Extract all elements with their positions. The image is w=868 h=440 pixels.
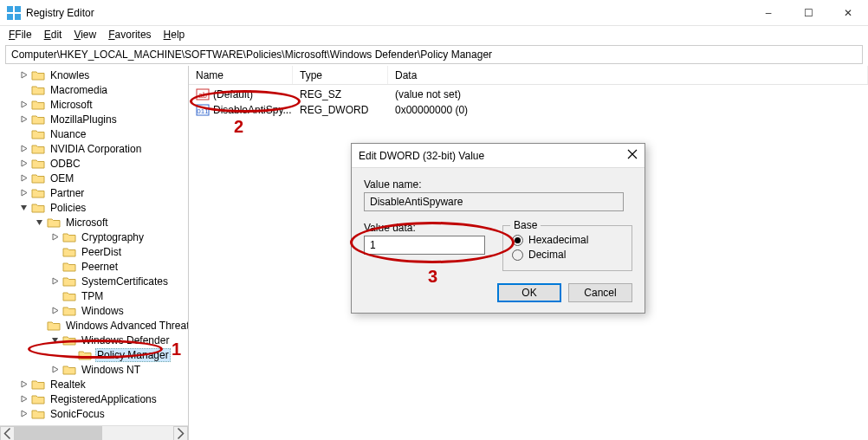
tree-item[interactable]: MozillaPlugins xyxy=(0,112,188,126)
tree[interactable]: KnowlesMacromediaMicrosoftMozillaPlugins… xyxy=(0,66,188,425)
expander-closed-icon[interactable] xyxy=(16,189,31,197)
tree-item-label: Windows Defender xyxy=(80,334,171,346)
value-row[interactable]: 011DisableAntiSpy...REG_DWORD0x00000000 … xyxy=(189,102,868,118)
folder-icon xyxy=(31,187,45,199)
svg-rect-1 xyxy=(15,6,21,12)
value-name: DisableAntiSpy... xyxy=(213,104,292,116)
folder-icon xyxy=(62,246,76,258)
tree-item[interactable]: SonicFocus xyxy=(0,406,188,421)
minimize-button[interactable]: – xyxy=(748,0,788,26)
expander-closed-icon[interactable] xyxy=(16,174,31,182)
window-title: Registry Editor xyxy=(26,7,748,19)
scroll-track[interactable] xyxy=(15,426,173,441)
maximize-button[interactable]: ☐ xyxy=(788,0,828,26)
dialog-close-button[interactable] xyxy=(612,149,638,162)
scroll-thumb[interactable] xyxy=(15,426,102,441)
dialog-body: Value name: DisableAntiSpyware Value dat… xyxy=(352,168,645,276)
tree-item[interactable]: Windows xyxy=(0,303,188,318)
svg-text:011: 011 xyxy=(197,107,209,115)
tree-item[interactable]: Policy Manager xyxy=(0,347,188,362)
tree-item[interactable]: Windows Advanced Threat Protection xyxy=(0,318,188,333)
tree-item-label: Policies xyxy=(49,202,87,214)
tree-item[interactable]: Knowles xyxy=(0,68,188,82)
cancel-button[interactable]: Cancel xyxy=(568,283,632,302)
tree-item-label: Microsoft xyxy=(49,99,94,111)
tree-pane: KnowlesMacromediaMicrosoftMozillaPlugins… xyxy=(0,66,189,440)
tree-item[interactable]: PeerDist xyxy=(0,244,188,259)
tree-item[interactable]: Windows Defender xyxy=(0,333,188,347)
expander-closed-icon[interactable] xyxy=(16,100,31,108)
menu-help[interactable]: Help xyxy=(159,27,191,42)
expander-closed-icon[interactable] xyxy=(47,233,62,241)
value-type: REG_SZ xyxy=(293,88,388,100)
tree-horizontal-scrollbar[interactable] xyxy=(0,425,188,440)
ok-button[interactable]: OK xyxy=(497,283,561,302)
expander-closed-icon[interactable] xyxy=(16,159,31,167)
expander-closed-icon[interactable] xyxy=(16,145,31,152)
tree-item-label: Cryptography xyxy=(80,231,146,243)
menu-favorites[interactable]: Favorites xyxy=(103,27,156,42)
tree-item-label: Microsoft xyxy=(64,217,110,229)
tree-item[interactable]: RegisteredApplications xyxy=(0,391,188,406)
folder-icon xyxy=(62,364,76,376)
tree-item[interactable]: TPM xyxy=(0,288,188,303)
tree-item[interactable]: Macromedia xyxy=(0,82,188,97)
column-type[interactable]: Type xyxy=(293,66,388,84)
tree-item[interactable]: Microsoft xyxy=(0,97,188,112)
menu-edit[interactable]: Edit xyxy=(39,27,68,42)
value-name: (Default) xyxy=(213,88,253,100)
tree-item[interactable]: OEM xyxy=(0,171,188,185)
tree-item[interactable]: Nuance xyxy=(0,126,188,141)
list-body[interactable]: ab(Default)REG_SZ(value not set)011Disab… xyxy=(189,85,868,118)
tree-item-label: RegisteredApplications xyxy=(49,393,159,405)
tree-item-label: OEM xyxy=(49,172,75,184)
tree-item[interactable]: SystemCertificates xyxy=(0,274,188,288)
radio-hexadecimal[interactable]: Hexadecimal xyxy=(512,234,623,246)
expander-open-icon[interactable] xyxy=(47,336,62,344)
folder-icon xyxy=(31,99,45,111)
expander-open-icon[interactable] xyxy=(31,218,47,226)
tree-item[interactable]: Policies xyxy=(0,200,188,215)
tree-item-label: TPM xyxy=(80,290,105,302)
expander-closed-icon[interactable] xyxy=(47,307,62,314)
expander-closed-icon[interactable] xyxy=(16,395,31,403)
tree-item-label: SonicFocus xyxy=(49,408,107,420)
edit-dword-dialog: Edit DWORD (32-bit) Value Value name: Di… xyxy=(351,143,645,314)
expander-closed-icon[interactable] xyxy=(16,380,31,388)
expander-closed-icon[interactable] xyxy=(47,366,62,373)
radio-decimal[interactable]: Decimal xyxy=(512,249,623,261)
scroll-left-button[interactable] xyxy=(0,426,15,441)
expander-closed-icon[interactable] xyxy=(16,410,31,417)
tree-item[interactable]: Partner xyxy=(0,185,188,200)
folder-icon xyxy=(31,84,45,96)
tree-item[interactable]: Microsoft xyxy=(0,215,188,230)
address-input[interactable] xyxy=(10,48,858,61)
expander-closed-icon[interactable] xyxy=(16,71,31,79)
column-data[interactable]: Data xyxy=(388,66,868,84)
tree-item-label: SystemCertificates xyxy=(80,275,170,288)
menu-file[interactable]: FFile xyxy=(3,27,37,42)
string-value-icon: ab xyxy=(196,87,210,101)
menu-view[interactable]: View xyxy=(68,27,101,42)
value-name-cell: 011DisableAntiSpy... xyxy=(189,103,293,117)
column-name[interactable]: Name xyxy=(189,66,293,84)
close-button[interactable]: ✕ xyxy=(828,0,868,26)
dialog-titlebar[interactable]: Edit DWORD (32-bit) Value xyxy=(352,144,645,168)
folder-icon xyxy=(31,69,45,81)
value-data-input[interactable] xyxy=(364,236,485,255)
tree-item[interactable]: Peernet xyxy=(0,259,188,274)
folder-icon xyxy=(31,172,45,184)
tree-item[interactable]: Windows NT xyxy=(0,362,188,377)
tree-item[interactable]: ODBC xyxy=(0,156,188,171)
scroll-right-button[interactable] xyxy=(173,426,188,441)
folder-icon xyxy=(31,393,45,405)
tree-item[interactable]: Cryptography xyxy=(0,230,188,244)
expander-open-icon[interactable] xyxy=(16,204,31,211)
expander-closed-icon[interactable] xyxy=(47,277,62,285)
tree-item[interactable]: Realtek xyxy=(0,377,188,391)
address-bar[interactable] xyxy=(5,45,863,64)
expander-closed-icon[interactable] xyxy=(16,115,31,123)
tree-item[interactable]: NVIDIA Corporation xyxy=(0,141,188,156)
value-row[interactable]: ab(Default)REG_SZ(value not set) xyxy=(189,87,868,102)
folder-icon xyxy=(62,261,76,273)
